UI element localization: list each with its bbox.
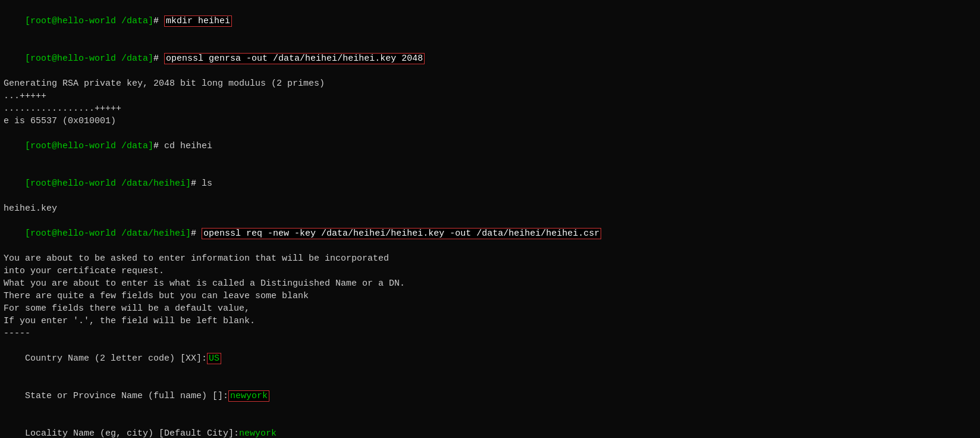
- line-11: You are about to be asked to enter infor…: [4, 252, 976, 265]
- field-label-state: State or Province Name (full name) []:: [25, 391, 228, 401]
- line-17: -----: [4, 327, 976, 340]
- line-13: What you are about to enter is what is c…: [4, 277, 976, 290]
- line-16: If you enter '.', the field will be left…: [4, 315, 976, 327]
- line-20: Locality Name (eg, city) [Default City]:…: [4, 415, 976, 438]
- hash-8: #: [191, 179, 202, 189]
- cmd-2: openssl genrsa -out /data/heihei/heihei.…: [164, 53, 425, 64]
- prompt-7: [root@hello-world /data]: [25, 141, 153, 151]
- line-9: heihei.key: [4, 202, 976, 215]
- field-value-locality: newyork: [239, 428, 277, 438]
- terminal: [root@hello-world /data]# mkdir heihei […: [4, 2, 976, 438]
- line-7: [root@hello-world /data]# cd heihei: [4, 127, 976, 165]
- line-15: For some fields there will be a default …: [4, 302, 976, 315]
- hash-7: #: [153, 141, 164, 151]
- hash-2: #: [153, 54, 164, 64]
- field-value-country: US: [207, 353, 221, 364]
- cmd-8: ls: [202, 179, 212, 189]
- line-6: e is 65537 (0x010001): [4, 115, 976, 127]
- prompt-2: [root@hello-world /data]: [25, 54, 153, 64]
- line-3: Generating RSA private key, 2048 bit lon…: [4, 77, 976, 90]
- line-12: into your certificate request.: [4, 265, 976, 277]
- cmd-10: openssl req -new -key /data/heihei/heihe…: [202, 228, 601, 239]
- cmd-1: mkdir heihei: [164, 15, 232, 27]
- prompt-1: [root@hello-world /data]: [25, 16, 153, 26]
- prompt-10: [root@hello-world /data/heihei]: [25, 229, 191, 239]
- field-label-locality: Locality Name (eg, city) [Default City]:: [25, 428, 239, 438]
- hash-10: #: [191, 229, 202, 239]
- line-10: [root@hello-world /data/heihei]# openssl…: [4, 215, 976, 252]
- line-8: [root@hello-world /data/heihei]# ls: [4, 165, 976, 202]
- field-value-state: newyork: [228, 390, 269, 402]
- hash-1: #: [153, 16, 164, 26]
- line-19: State or Province Name (full name) []:ne…: [4, 377, 976, 415]
- line-2: [root@hello-world /data]# openssl genrsa…: [4, 40, 976, 77]
- line-18: Country Name (2 letter code) [XX]:US: [4, 340, 976, 377]
- field-label-country: Country Name (2 letter code) [XX]:: [25, 353, 207, 364]
- line-1: [root@hello-world /data]# mkdir heihei: [4, 2, 976, 40]
- prompt-8: [root@hello-world /data/heihei]: [25, 179, 191, 189]
- line-5: .................+++++: [4, 102, 976, 115]
- line-4: ...+++++: [4, 90, 976, 102]
- line-14: There are quite a few fields but you can…: [4, 290, 976, 302]
- cmd-7: cd heihei: [164, 141, 212, 151]
